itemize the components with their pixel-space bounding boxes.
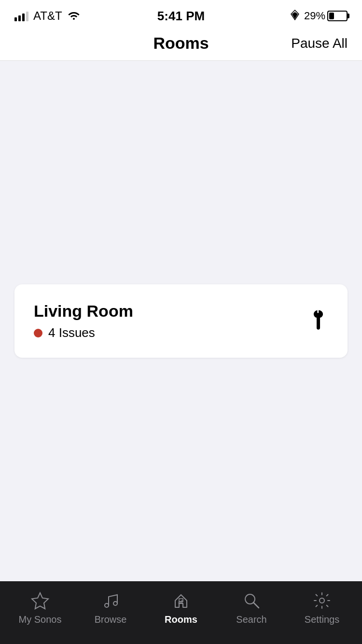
pause-all-button[interactable]: Pause All — [291, 36, 348, 51]
room-info: Living Room 4 Issues — [34, 302, 133, 340]
tab-rooms[interactable]: Rooms — [146, 591, 216, 625]
status-left: AT&T — [14, 9, 81, 23]
music-note-icon — [101, 591, 120, 610]
svg-point-9 — [320, 598, 324, 603]
nav-header: Rooms Pause All — [0, 29, 362, 61]
tab-rooms-label: Rooms — [165, 614, 197, 625]
svg-marker-0 — [32, 593, 48, 609]
room-issues: 4 Issues — [34, 325, 133, 340]
rooms-home-icon — [171, 591, 191, 610]
signal-bar-2 — [18, 15, 21, 21]
wrench-icon — [306, 307, 333, 335]
page-title: Rooms — [153, 34, 209, 53]
status-right: 29% — [291, 10, 348, 23]
tab-my-sonos[interactable]: My Sonos — [5, 591, 75, 625]
signal-bars-icon — [14, 11, 28, 21]
status-bar: AT&T 5:41 PM 29% — [0, 0, 362, 29]
svg-line-8 — [253, 602, 259, 608]
tab-search[interactable]: Search — [216, 591, 287, 625]
tab-browse-label: Browse — [95, 614, 127, 625]
room-name: Living Room — [34, 302, 133, 321]
search-icon — [242, 591, 261, 610]
main-content: Living Room 4 Issues — [0, 61, 362, 581]
tab-settings[interactable]: Settings — [287, 591, 357, 625]
gear-icon — [312, 591, 332, 610]
signal-bar-1 — [14, 17, 17, 21]
wifi-icon — [67, 9, 81, 23]
battery-container: 29% — [304, 10, 348, 22]
tab-search-label: Search — [236, 614, 266, 625]
status-time: 5:41 PM — [157, 9, 205, 24]
tab-bar: My Sonos Browse Rooms Search — [0, 581, 362, 644]
svg-point-2 — [113, 602, 117, 605]
carrier-name: AT&T — [33, 9, 62, 23]
battery-percent: 29% — [304, 10, 325, 22]
signal-bar-4 — [26, 12, 28, 21]
tab-settings-label: Settings — [305, 614, 339, 625]
location-icon — [291, 10, 299, 23]
tab-browse[interactable]: Browse — [75, 591, 146, 625]
star-icon — [30, 591, 50, 610]
svg-point-1 — [105, 603, 109, 607]
room-card-living-room[interactable]: Living Room 4 Issues — [14, 284, 348, 358]
issue-dot-icon — [34, 329, 42, 337]
signal-bar-3 — [22, 14, 25, 21]
battery-fill — [329, 13, 334, 19]
battery-icon — [327, 11, 348, 21]
tab-my-sonos-label: My Sonos — [19, 614, 62, 625]
svg-rect-6 — [179, 602, 180, 603]
room-issue-label: 4 Issues — [48, 325, 95, 340]
